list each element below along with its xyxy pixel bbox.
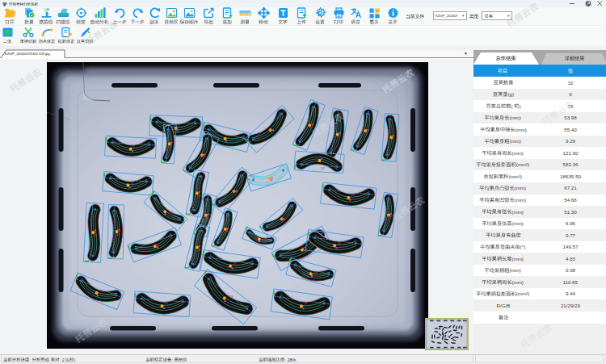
svg-text:19: 19 xyxy=(116,232,120,236)
svg-text:33: 33 xyxy=(337,241,341,245)
svg-text:32: 32 xyxy=(100,289,104,293)
svg-text:17: 17 xyxy=(388,215,392,220)
svg-text:23: 23 xyxy=(155,243,159,247)
svg-text:27: 27 xyxy=(301,246,305,250)
svg-text:11: 11 xyxy=(270,176,274,180)
svg-text:28: 28 xyxy=(314,270,318,274)
svg-text:34: 34 xyxy=(225,229,229,233)
svg-text:10: 10 xyxy=(200,154,204,158)
svg-text:18: 18 xyxy=(93,233,97,237)
svg-text:30: 30 xyxy=(164,301,168,305)
svg-text:20: 20 xyxy=(169,210,173,214)
svg-text:16: 16 xyxy=(351,193,355,197)
svg-text:31: 31 xyxy=(304,301,308,305)
svg-text:25: 25 xyxy=(233,261,237,266)
svg-text:26: 26 xyxy=(262,237,266,241)
svg-text:15: 15 xyxy=(233,190,237,194)
svg-text:21: 21 xyxy=(205,215,209,220)
svg-text:24: 24 xyxy=(197,248,201,252)
svg-text:22: 22 xyxy=(281,217,285,221)
svg-text:13: 13 xyxy=(130,181,134,185)
svg-text:14: 14 xyxy=(197,194,201,198)
svg-text:12: 12 xyxy=(321,166,325,170)
svg-text:29: 29 xyxy=(229,295,234,299)
